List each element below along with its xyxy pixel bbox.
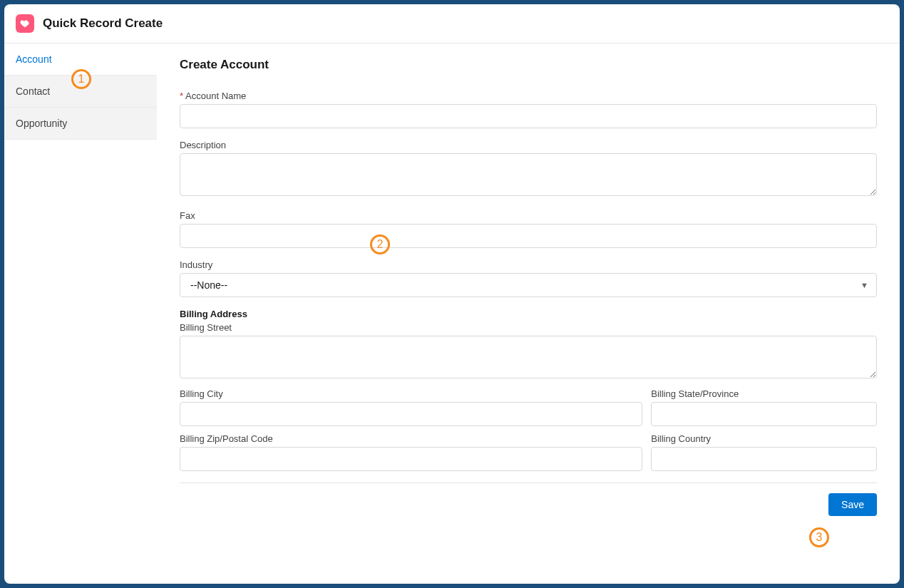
save-button[interactable]: Save [828, 493, 877, 516]
label-billing-zip: Billing Zip/Postal Code [180, 433, 642, 444]
sidebar-item-label: Contact [16, 86, 50, 97]
sidebar-item-label: Account [16, 53, 52, 65]
sidebar-item-account[interactable]: Account [4, 43, 157, 76]
field-industry: Industry --None-- ▼ [180, 259, 877, 297]
field-billing-city: Billing City [180, 388, 642, 426]
field-billing-zip: Billing Zip/Postal Code [180, 433, 642, 471]
sidebar-item-label: Opportunity [16, 118, 67, 129]
main-panel: Create Account *Account Name Description… [157, 43, 900, 584]
header: Quick Record Create [4, 4, 900, 43]
label-description: Description [180, 140, 877, 150]
label-industry: Industry [180, 259, 877, 270]
section-billing-address: Billing Address [180, 309, 877, 319]
sidebar: Account Contact Opportunity [4, 43, 157, 584]
page-title: Create Account [180, 58, 877, 72]
header-title: Quick Record Create [43, 16, 163, 31]
modal-card: Quick Record Create Account Contact Oppo… [4, 4, 900, 584]
input-fax[interactable] [180, 224, 877, 248]
sidebar-item-contact[interactable]: Contact [4, 76, 157, 108]
footer: Save [180, 483, 877, 516]
field-billing-state: Billing State/Province [651, 388, 877, 426]
label-account-name: *Account Name [180, 91, 877, 101]
input-billing-street[interactable] [180, 336, 877, 378]
input-billing-state[interactable] [651, 402, 877, 426]
label-billing-country: Billing Country [651, 433, 877, 444]
required-star-icon: * [180, 91, 183, 101]
app-heart-icon [16, 14, 34, 33]
label-billing-state: Billing State/Province [651, 388, 877, 399]
label-billing-street: Billing Street [180, 322, 877, 333]
select-industry[interactable]: --None-- [180, 273, 877, 297]
input-billing-country[interactable] [651, 447, 877, 471]
field-billing-street: Billing Street [180, 322, 877, 381]
field-description: Description [180, 140, 877, 199]
input-billing-zip[interactable] [180, 447, 642, 471]
label-fax: Fax [180, 210, 877, 221]
field-account-name: *Account Name [180, 91, 877, 128]
input-account-name[interactable] [180, 104, 877, 128]
sidebar-item-opportunity[interactable]: Opportunity [4, 108, 157, 140]
label-billing-city: Billing City [180, 388, 642, 399]
field-fax: Fax [180, 210, 877, 248]
input-billing-city[interactable] [180, 402, 642, 426]
field-billing-country: Billing Country [651, 433, 877, 471]
body: Account Contact Opportunity Create Accou… [4, 43, 900, 584]
input-description[interactable] [180, 153, 877, 196]
